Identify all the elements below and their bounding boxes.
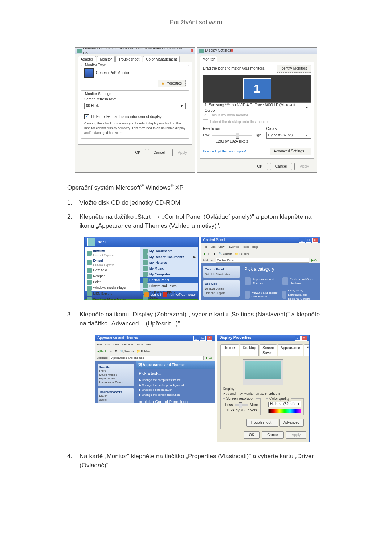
start-item[interactable]: InternetInternet Explorer xyxy=(85,248,140,258)
app-icon xyxy=(87,251,92,256)
category-item[interactable]: Printers and Other Hardware xyxy=(282,277,317,286)
properties-button[interactable]: ◈ Properties xyxy=(158,80,186,87)
folders-icon[interactable]: 📁 Folders xyxy=(235,252,249,256)
tab-screensaver[interactable]: Screen Saver xyxy=(260,344,277,356)
tab-appearance[interactable]: Appearance xyxy=(278,344,303,356)
task-link[interactable]: ▶ Change the desktop background xyxy=(139,383,212,387)
tab-settings[interactable]: Settings xyxy=(304,344,310,356)
advanced-button[interactable]: Advanced xyxy=(279,419,303,427)
tab-monitor[interactable]: Monitor xyxy=(97,56,115,62)
start-item[interactable]: Paint xyxy=(85,279,140,285)
logoff-button[interactable]: Log Off xyxy=(151,292,161,297)
tab-themes[interactable]: Themes xyxy=(220,344,239,356)
up-icon[interactable]: ⬆ xyxy=(115,349,117,354)
ok-button[interactable]: OK xyxy=(244,431,260,439)
minimize-icon[interactable]: _ xyxy=(193,336,199,341)
close-icon[interactable]: × xyxy=(301,336,307,341)
address-bar[interactable]: Address Appearance and Themes ▶ Go xyxy=(95,355,215,361)
category-item[interactable]: Date, Time, Language, and Regional Optio… xyxy=(282,288,317,300)
back-icon[interactable]: ◀ Back xyxy=(97,349,107,354)
colors-select[interactable]: Highest (32 bit) ▾ xyxy=(266,132,311,139)
ok-button[interactable]: OK xyxy=(130,149,146,157)
dialog-body: Drag the icons to match your monitors. I… xyxy=(200,62,314,159)
resolution-slider[interactable]: Less More xyxy=(225,402,258,408)
go-icon[interactable]: ▶ Go xyxy=(311,258,318,263)
start-item[interactable]: E-mailOutlook Express xyxy=(85,258,140,268)
window-title: Generic PnP Monitor and NVIDIA GeForce 6… xyxy=(83,47,191,56)
address-bar[interactable]: Address Control Panel ▶ Go xyxy=(201,257,320,263)
minimize-icon[interactable]: _ xyxy=(299,238,305,243)
folder-icon xyxy=(143,254,148,259)
task-link[interactable]: ▶ Change the screen resolution xyxy=(139,393,212,397)
logoff-icon[interactable] xyxy=(144,292,149,297)
up-icon[interactable]: ⬆ xyxy=(213,252,216,256)
monitor-icon xyxy=(84,68,94,78)
app-icon xyxy=(87,291,92,296)
cancel-button[interactable]: Cancel xyxy=(270,163,292,171)
task-link[interactable]: ▶ Choose a screen saver xyxy=(139,388,212,392)
refresh-rate-select[interactable]: 60 Hertz ▾ xyxy=(84,103,186,109)
tab-desktop[interactable]: Desktop xyxy=(240,344,259,356)
tab-monitor[interactable]: Monitor xyxy=(200,56,217,62)
go-icon[interactable]: ▶ Go xyxy=(206,356,213,360)
search-icon[interactable]: 🔍 Search xyxy=(120,349,134,354)
start-item[interactable]: HCT 10.0 xyxy=(85,268,140,274)
troubleshoot-button[interactable]: Troubleshoot... xyxy=(246,419,278,427)
group-title: Monitor Type xyxy=(83,63,107,68)
hide-modes-checkbox[interactable]: ✓ Hide modes that this monitor cannot di… xyxy=(84,114,186,120)
extend-desktop-checkbox: Extend the desktop onto this monitor xyxy=(203,119,311,125)
monitor-1-icon[interactable]: 1 xyxy=(243,78,271,99)
tab-troubleshoot[interactable]: Troubleshoot xyxy=(115,56,142,62)
search-icon[interactable]: 🔍 Search xyxy=(219,252,232,256)
back-icon[interactable]: ◀ xyxy=(203,252,205,256)
start-item[interactable]: My Recent Documents▶ xyxy=(140,254,198,260)
folder-icon xyxy=(143,272,148,277)
forward-icon[interactable]: ▶ xyxy=(110,349,112,354)
start-item[interactable]: My Computer xyxy=(140,271,198,277)
monitor-device-select[interactable]: 1. Samsung **** on NVIDIA GeForce 6600 L… xyxy=(203,105,311,111)
color-quality-select[interactable]: Highest (32 bit) ▾ xyxy=(268,401,301,407)
start-item[interactable]: Notepad xyxy=(85,274,140,279)
identify-monitors-button[interactable]: Identify Monitors xyxy=(277,65,311,73)
forward-icon[interactable]: ▶ xyxy=(208,252,210,256)
apply-button[interactable]: Apply xyxy=(172,149,192,157)
help-link[interactable]: How do I get the best display? xyxy=(203,149,247,154)
start-item[interactable]: Control Panel xyxy=(140,277,198,283)
start-item[interactable]: My Pictures xyxy=(140,260,198,266)
resolution-slider[interactable]: Low High xyxy=(203,133,261,138)
close-icon[interactable]: × xyxy=(312,238,318,243)
turnoff-icon[interactable] xyxy=(163,292,167,297)
start-item[interactable]: MSN Explorer xyxy=(85,291,140,297)
tab-color-management[interactable]: Color Management xyxy=(143,56,180,62)
close-icon[interactable]: × xyxy=(207,336,212,341)
category-item[interactable]: Network and Internet Connections xyxy=(245,288,279,300)
apply-button[interactable]: Apply xyxy=(286,431,306,439)
folders-icon[interactable]: 📁 Folders xyxy=(136,349,151,354)
start-item[interactable]: My Documents xyxy=(140,248,198,254)
start-item[interactable]: Windows Media Player xyxy=(85,285,140,291)
monitor-arrange-area[interactable]: 1 xyxy=(203,75,311,103)
folder-icon xyxy=(143,278,148,283)
start-item[interactable]: My Music xyxy=(140,266,198,271)
titlebar: Generic PnP Monitor and NVIDIA GeForce 6… xyxy=(75,48,195,54)
ok-button[interactable]: OK xyxy=(252,163,268,171)
tab-adapter[interactable]: Adapter xyxy=(78,56,96,62)
help-icon[interactable]: ? xyxy=(295,336,301,341)
maximize-icon[interactable]: ☐ xyxy=(200,336,206,341)
maximize-icon[interactable]: ☐ xyxy=(306,238,311,243)
start-item[interactable]: Printers and Faxes xyxy=(140,283,198,289)
task-link[interactable]: ▶ Change the computer's theme xyxy=(139,378,212,382)
apply-button[interactable]: Apply xyxy=(294,163,314,171)
cancel-button[interactable]: Cancel xyxy=(262,431,284,439)
app-icon xyxy=(87,280,92,285)
close-icon[interactable]: × xyxy=(191,49,193,52)
app-icon xyxy=(87,260,92,265)
turnoff-button[interactable]: Turn Off Computer xyxy=(169,292,196,297)
category-icon xyxy=(245,277,251,285)
titlebar: Control Panel _ ☐ × xyxy=(201,237,320,243)
cancel-button[interactable]: Cancel xyxy=(148,149,170,157)
category-item[interactable]: Appearance and Themes xyxy=(245,277,279,286)
close-icon[interactable]: × xyxy=(231,49,233,52)
color-bar xyxy=(268,409,301,413)
advanced-settings-button[interactable]: Advanced Settings... xyxy=(270,148,311,155)
